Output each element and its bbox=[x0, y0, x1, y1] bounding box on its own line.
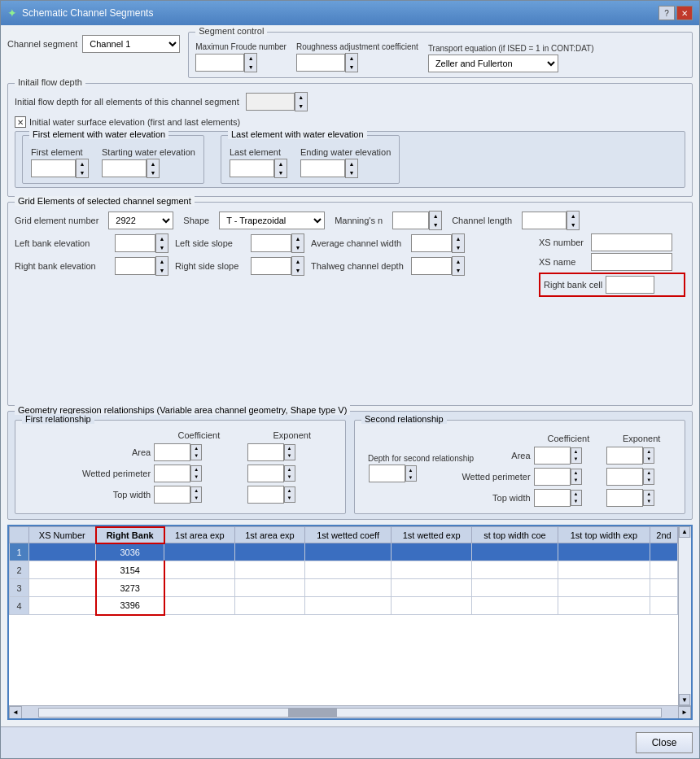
first-area-exp-spinner[interactable]: 0.00 ▲▼ bbox=[247, 443, 337, 461]
first-top-coeff-spinner[interactable]: 0.00 ▲▼ bbox=[154, 486, 243, 504]
second-top-exp-spinner[interactable]: 0.00 ▲▼ bbox=[606, 489, 676, 507]
thalweg-down[interactable]: ▼ bbox=[453, 266, 464, 275]
roughness-up[interactable]: ▲ bbox=[346, 54, 357, 63]
first-top-exp-spinner[interactable]: 0.00 ▲▼ bbox=[247, 486, 337, 504]
h-scrollbar-thumb[interactable] bbox=[288, 709, 337, 717]
last-elem-up[interactable]: ▲ bbox=[275, 159, 287, 168]
first-area-coeff[interactable]: 0.00 bbox=[154, 443, 190, 461]
mannings-up[interactable]: ▲ bbox=[430, 212, 441, 220]
depth-second-input[interactable]: 0.00 bbox=[369, 465, 405, 482]
avg-width-spinner[interactable]: 16.00 ▲ ▼ bbox=[411, 233, 465, 253]
depth-down[interactable]: ▼ bbox=[295, 102, 307, 111]
depth-spinner[interactable]: 0.00 ▲ ▼ bbox=[246, 92, 308, 111]
channel-length-spinner[interactable]: 32.00 ▲ ▼ bbox=[522, 211, 580, 230]
xs-number-input[interactable] bbox=[591, 233, 672, 251]
thalweg-depth-spinner[interactable]: 6.00 ▲ ▼ bbox=[411, 256, 465, 276]
depth-second-spinner[interactable]: 0.00 ▲▼ bbox=[369, 465, 417, 482]
channel-length-up[interactable]: ▲ bbox=[567, 212, 579, 220]
second-area-coeff-spinner[interactable]: 0.00 ▲▼ bbox=[534, 447, 604, 465]
first-area-coeff-spinner[interactable]: 0.00 ▲▼ bbox=[154, 443, 243, 461]
froude-up[interactable]: ▲ bbox=[245, 54, 256, 63]
start-elev-up[interactable]: ▲ bbox=[147, 159, 159, 168]
left-side-slope-input[interactable]: 2.00 bbox=[251, 234, 291, 252]
first-element-spinner[interactable]: 2922 ▲ ▼ bbox=[31, 159, 89, 178]
help-button[interactable]: ? bbox=[658, 6, 675, 20]
right-bank-elev-spinner[interactable]: 0.00 ▲ ▼ bbox=[115, 256, 168, 276]
right-bank-elev-input[interactable]: 0.00 bbox=[115, 257, 155, 275]
roughness-spinner[interactable]: 0.20 ▲ ▼ bbox=[296, 53, 418, 72]
avg-width-input[interactable]: 16.00 bbox=[411, 234, 452, 252]
second-wetted-coeff[interactable]: 0.00 bbox=[534, 468, 571, 486]
right-bank-cell-input[interactable]: 3036 bbox=[606, 276, 654, 294]
table-row[interactable]: 33273 bbox=[10, 579, 678, 597]
left-slope-up[interactable]: ▲ bbox=[292, 234, 304, 243]
start-elev-input[interactable]: 191.56 bbox=[102, 159, 147, 177]
grid-elem-select[interactable]: 2922 bbox=[108, 212, 173, 229]
water-surface-checkbox[interactable]: ✕ bbox=[15, 116, 26, 128]
scroll-left-button[interactable]: ◄ bbox=[9, 706, 22, 719]
froude-spinner[interactable]: 1.20 ▲ ▼ bbox=[195, 53, 287, 72]
froude-input[interactable]: 1.20 bbox=[195, 54, 244, 72]
second-top-exp[interactable]: 0.00 bbox=[606, 489, 643, 507]
right-slope-up[interactable]: ▲ bbox=[292, 257, 304, 266]
channel-segment-select[interactable]: Channel 1 bbox=[82, 35, 180, 53]
scroll-track[interactable] bbox=[679, 538, 691, 695]
first-area-exp[interactable]: 0.00 bbox=[247, 443, 284, 461]
first-wetted-exp[interactable]: 0.00 bbox=[247, 465, 284, 482]
vertical-scrollbar[interactable]: ▲ ▼ bbox=[678, 526, 691, 706]
channel-length-down[interactable]: ▼ bbox=[567, 220, 579, 229]
right-bank-elev-up[interactable]: ▲ bbox=[156, 257, 168, 266]
scroll-up-button[interactable]: ▲ bbox=[679, 526, 690, 538]
depth-up[interactable]: ▲ bbox=[295, 93, 307, 102]
close-button[interactable]: Close bbox=[636, 732, 693, 753]
last-elem-down[interactable]: ▼ bbox=[275, 168, 287, 177]
first-top-coeff[interactable]: 0.00 bbox=[154, 486, 190, 504]
thalweg-up[interactable]: ▲ bbox=[453, 257, 464, 266]
end-elev-spinner[interactable]: 188.34 ▲ ▼ bbox=[300, 159, 391, 178]
last-element-input[interactable]: 3275 bbox=[230, 159, 274, 177]
mannings-down[interactable]: ▼ bbox=[430, 220, 441, 229]
table-row[interactable]: 13036 bbox=[10, 543, 678, 561]
table-row[interactable]: 43396 bbox=[10, 597, 678, 615]
last-element-spinner[interactable]: 3275 ▲ ▼ bbox=[230, 159, 287, 178]
left-bank-elev-spinner[interactable]: 0.00 ▲ ▼ bbox=[115, 233, 168, 253]
avg-width-up[interactable]: ▲ bbox=[453, 234, 464, 243]
thalweg-depth-input[interactable]: 6.00 bbox=[411, 257, 452, 275]
mannings-input[interactable]: 0.02 bbox=[392, 212, 429, 229]
end-elev-down[interactable]: ▼ bbox=[346, 168, 357, 177]
second-top-coeff-spinner[interactable]: 0.00 ▲▼ bbox=[534, 489, 604, 507]
second-area-exp-spinner[interactable]: 0.00 ▲▼ bbox=[606, 447, 676, 465]
table-row[interactable]: 23154 bbox=[10, 561, 678, 579]
scroll-down-button[interactable]: ▼ bbox=[679, 694, 690, 705]
right-side-slope-spinner[interactable]: 1.50 ▲ ▼ bbox=[251, 256, 304, 276]
first-elem-down[interactable]: ▼ bbox=[77, 168, 88, 177]
depth-input[interactable]: 0.00 bbox=[246, 93, 295, 111]
second-wetted-coeff-spinner[interactable]: 0.00 ▲▼ bbox=[534, 468, 604, 486]
first-wetted-exp-spinner[interactable]: 0.00 ▲▼ bbox=[247, 465, 337, 482]
roughness-input[interactable]: 0.20 bbox=[296, 54, 345, 72]
second-wetted-exp-spinner[interactable]: 0.00 ▲▼ bbox=[606, 468, 676, 486]
shape-select[interactable]: T - Trapezoidal bbox=[219, 212, 325, 229]
mannings-spinner[interactable]: 0.02 ▲ ▼ bbox=[392, 211, 442, 230]
second-area-coeff[interactable]: 0.00 bbox=[534, 447, 571, 465]
roughness-down[interactable]: ▼ bbox=[346, 63, 357, 72]
second-wetted-exp[interactable]: 0.00 bbox=[606, 468, 643, 486]
transport-select[interactable]: Zeller and Fullerton bbox=[428, 55, 558, 72]
second-top-coeff[interactable]: 0.00 bbox=[534, 489, 571, 507]
end-elev-up[interactable]: ▲ bbox=[346, 159, 357, 168]
first-wetted-coeff-spinner[interactable]: 0.00 ▲▼ bbox=[154, 465, 243, 482]
left-slope-down[interactable]: ▼ bbox=[292, 243, 304, 252]
right-bank-elev-down[interactable]: ▼ bbox=[156, 266, 168, 275]
first-element-input[interactable]: 2922 bbox=[31, 159, 76, 177]
title-close-button[interactable]: ✕ bbox=[676, 6, 693, 20]
start-elev-down[interactable]: ▼ bbox=[147, 168, 159, 177]
first-elem-up[interactable]: ▲ bbox=[77, 159, 88, 168]
second-area-exp[interactable]: 0.00 bbox=[606, 447, 643, 465]
channel-length-input[interactable]: 32.00 bbox=[522, 212, 567, 229]
left-bank-elev-down[interactable]: ▼ bbox=[156, 243, 168, 252]
h-scrollbar-track[interactable] bbox=[38, 708, 662, 718]
xs-name-input[interactable] bbox=[591, 253, 672, 271]
table-scroll[interactable]: XS Number Right Bank 1st area exp 1st ar… bbox=[9, 526, 678, 706]
scroll-right-button[interactable]: ► bbox=[678, 706, 691, 719]
froude-down[interactable]: ▼ bbox=[245, 63, 256, 72]
